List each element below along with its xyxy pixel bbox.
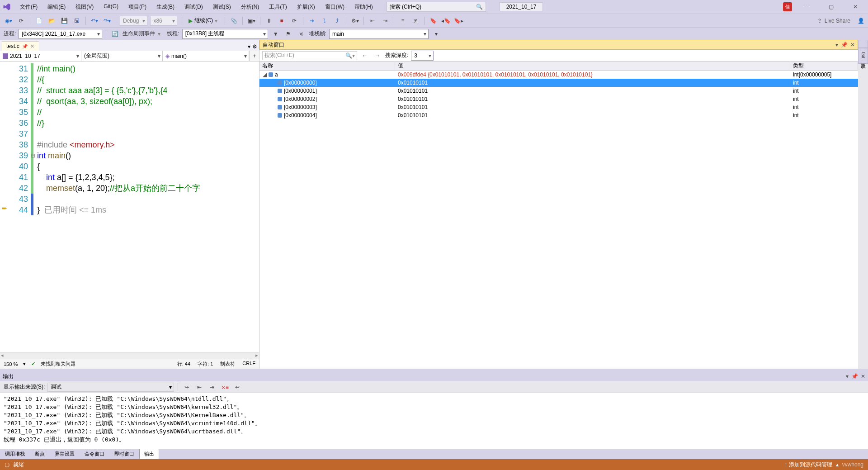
- nav-back-icon[interactable]: ◉▾: [4, 16, 14, 26]
- menu-扩展(X)[interactable]: 扩展(X): [292, 1, 320, 13]
- panel-menu-icon[interactable]: ▾: [846, 373, 849, 380]
- step-into-icon[interactable]: ➜: [307, 16, 317, 26]
- shuffle-icon[interactable]: ⤮: [296, 29, 306, 39]
- undo-icon[interactable]: ↶▾: [90, 16, 99, 26]
- stop-icon[interactable]: ■: [277, 16, 287, 26]
- output-text[interactable]: "2021_10_17.exe" (Win32): 已加载 "C:\Window…: [0, 393, 868, 449]
- live-share-button[interactable]: ⇪ Live Share 👤: [817, 18, 864, 24]
- save-all-icon[interactable]: 🖫: [72, 16, 82, 26]
- grid-row[interactable]: [0x00000003]0x01010101int: [259, 103, 858, 111]
- step-over-icon[interactable]: ⤵: [320, 16, 330, 26]
- autos-grid[interactable]: 名称 值 类型 ◢a 0x009dfde4 {0x01010101, 0x010…: [259, 62, 858, 369]
- expander-icon[interactable]: ◢: [262, 71, 267, 78]
- attach-icon[interactable]: 📎: [229, 16, 239, 26]
- user-badge[interactable]: 佳: [783, 2, 792, 11]
- panel-close-icon[interactable]: ✕: [861, 373, 865, 380]
- config-combo[interactable]: Debug: [120, 16, 147, 26]
- thread-combo[interactable]: [0x13B8] 主线程: [182, 29, 268, 39]
- autos-search-input[interactable]: 搜索(Ctrl+E) 🔍▾: [262, 51, 357, 60]
- stackframe-combo[interactable]: main: [329, 29, 429, 39]
- menu-测试(S)[interactable]: 测试(S): [208, 1, 236, 13]
- nav-range-combo[interactable]: (全局范围): [81, 51, 163, 61]
- menu-调试(D)[interactable]: 调试(D): [180, 1, 208, 13]
- bottom-tab[interactable]: 命令窗口: [80, 449, 109, 459]
- uncomment-icon[interactable]: ≢: [410, 16, 420, 26]
- nav-fwd-icon[interactable]: →: [373, 51, 382, 61]
- minimize-button[interactable]: —: [797, 0, 816, 13]
- flag-icon[interactable]: ⚑: [283, 29, 293, 39]
- pin-icon[interactable]: 📌: [22, 44, 28, 49]
- col-type[interactable]: 类型: [790, 62, 858, 70]
- grid-row[interactable]: [0x00000001]0x01010101int: [259, 87, 858, 95]
- menu-帮助(H)[interactable]: 帮助(H): [350, 1, 377, 13]
- comment-icon[interactable]: ≡: [398, 16, 408, 26]
- lifecycle-icon[interactable]: 🔄: [110, 29, 120, 39]
- snapshot-icon[interactable]: ▣▾: [246, 16, 256, 26]
- menu-窗口(W)[interactable]: 窗口(W): [321, 1, 349, 13]
- side-tab[interactable]: 解决方案资源管理器: [858, 40, 868, 48]
- col-name[interactable]: 名称: [259, 62, 395, 70]
- menu-Git(G)[interactable]: Git(G): [99, 1, 123, 13]
- output-source-combo[interactable]: 调试: [47, 383, 174, 392]
- panel-pin-icon[interactable]: 📌: [851, 373, 858, 380]
- menu-视图(V)[interactable]: 视图(V): [71, 1, 98, 13]
- continue-button[interactable]: ▶ 继续(C)▾: [185, 16, 221, 26]
- code-editor[interactable]: ➨ 3132333435363738394041424344 //int mai…: [0, 62, 259, 352]
- prev-msg-icon[interactable]: ⇤: [194, 382, 204, 392]
- side-tab[interactable]: Git 更改: [858, 48, 868, 64]
- bm-prev-icon[interactable]: ◂🔖: [441, 16, 451, 26]
- nav-back-icon[interactable]: ←: [360, 51, 370, 61]
- zoom-level[interactable]: 150 %: [4, 361, 18, 367]
- panel-pin-icon[interactable]: 📌: [841, 42, 848, 48]
- menu-工具(T)[interactable]: 工具(T): [264, 1, 291, 13]
- indent-left-icon[interactable]: ⇤: [368, 16, 377, 26]
- redo-icon[interactable]: ↷▾: [102, 16, 112, 26]
- title-search[interactable]: 搜索 (Ctrl+Q) 🔍: [387, 2, 486, 12]
- menu-文件(F)[interactable]: 文件(F): [15, 1, 42, 13]
- indent-right-icon[interactable]: ⇥: [380, 16, 390, 26]
- platform-combo[interactable]: x86: [150, 16, 177, 26]
- open-icon[interactable]: 📂: [47, 16, 57, 26]
- output-title[interactable]: 输出 ▾📌✕: [0, 371, 868, 381]
- bottom-tab[interactable]: 调用堆栈: [0, 449, 30, 459]
- wrap-icon[interactable]: ↩: [232, 382, 242, 392]
- bottom-tab[interactable]: 异常设置: [50, 449, 80, 459]
- bookmark-icon[interactable]: 🔖: [428, 16, 438, 26]
- save-icon[interactable]: 💾: [59, 16, 69, 26]
- new-file-icon[interactable]: 📄: [34, 16, 44, 26]
- col-value[interactable]: 值: [395, 62, 790, 70]
- clear-icon[interactable]: ⨯≡: [220, 382, 230, 392]
- issues-label[interactable]: 未找到相关问题: [41, 361, 75, 367]
- restart-icon[interactable]: ⟳: [289, 16, 299, 26]
- process-combo[interactable]: [0x348C] 2021_10_17.exe: [19, 29, 102, 39]
- autos-title[interactable]: 自动窗口 ▾📌✕: [259, 40, 858, 50]
- panel-close-icon[interactable]: ✕: [850, 42, 855, 48]
- goto-icon[interactable]: ↪: [182, 382, 192, 392]
- solution-name[interactable]: 2021_10_17: [500, 2, 543, 11]
- maximize-button[interactable]: ▢: [821, 0, 841, 13]
- menu-生成(B)[interactable]: 生成(B): [152, 1, 179, 13]
- bottom-tab[interactable]: 即时窗口: [109, 449, 139, 459]
- bottom-tab[interactable]: 输出: [139, 449, 159, 459]
- tool1-icon[interactable]: ⚙▾: [350, 16, 360, 26]
- code-content[interactable]: //int main()//{// struct aaa aa[3] = { {…: [31, 62, 259, 215]
- next-msg-icon[interactable]: ⇥: [207, 382, 217, 392]
- document-tab[interactable]: test.c 📌 ✕: [2, 41, 39, 51]
- nav-scope-combo[interactable]: 2021_10_17: [0, 51, 81, 61]
- grid-row[interactable]: [0x00000000]0x01010101int: [259, 79, 858, 87]
- grid-row[interactable]: [0x00000002]0x01010101int: [259, 95, 858, 103]
- menu-编辑(E)[interactable]: 编辑(E): [43, 1, 70, 13]
- close-button[interactable]: ✕: [845, 0, 865, 13]
- step-out-icon[interactable]: ⤴: [332, 16, 342, 26]
- bm-next-icon[interactable]: 🔖▸: [453, 16, 463, 26]
- nav-func-combo[interactable]: ◈main(): [163, 51, 249, 61]
- nav-plus-button[interactable]: ＋: [249, 51, 259, 61]
- scm-button[interactable]: ↑ 添加到源代码管理: [784, 461, 832, 469]
- depth-combo[interactable]: 3: [411, 51, 434, 61]
- tab-gear-icon[interactable]: ⚙: [252, 43, 257, 50]
- filter-icon[interactable]: ▼: [271, 29, 281, 39]
- overflow-icon[interactable]: ▾: [431, 29, 441, 39]
- grid-row[interactable]: [0x00000004]0x01010101int: [259, 111, 858, 119]
- bottom-tab[interactable]: 断点: [30, 449, 50, 459]
- tab-overflow-icon[interactable]: ▾: [248, 43, 250, 50]
